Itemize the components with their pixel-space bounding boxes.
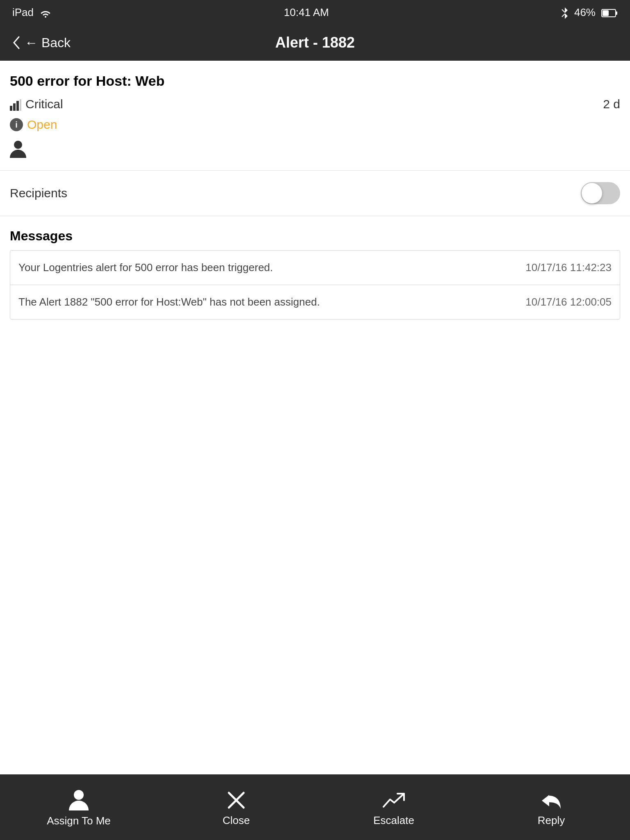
- severity-row: Critical 2 d: [10, 97, 620, 111]
- toggle-knob: [582, 183, 602, 203]
- nav-bar: ← Back Alert - 1882: [0, 25, 630, 61]
- back-button[interactable]: ← Back: [12, 35, 71, 50]
- severity-label: Critical: [25, 97, 63, 111]
- escalate-icon: [383, 788, 405, 810]
- escalate-label: Escalate: [373, 814, 414, 827]
- battery-percent: 46%: [574, 6, 596, 19]
- divider-2: [0, 216, 630, 216]
- svg-point-8: [74, 790, 84, 800]
- svg-rect-1: [616, 11, 617, 15]
- severity-info: Critical: [10, 97, 63, 111]
- svg-rect-5: [16, 101, 19, 111]
- assign-to-me-button[interactable]: Assign To Me: [0, 787, 158, 827]
- escalate-button[interactable]: Escalate: [315, 788, 472, 827]
- alert-age: 2 d: [603, 97, 620, 111]
- device-label: iPad: [12, 6, 34, 19]
- message-text: Your Logentries alert for 500 error has …: [18, 261, 525, 274]
- close-button[interactable]: Close: [158, 788, 315, 827]
- info-icon: i: [10, 118, 23, 131]
- svg-rect-2: [603, 10, 609, 16]
- recipients-toggle[interactable]: [581, 182, 620, 204]
- time-display: 10:41 AM: [284, 6, 329, 19]
- message-time: 10/17/16 11:42:23: [525, 261, 612, 274]
- battery-icon: [601, 6, 618, 19]
- wifi-icon: [39, 6, 52, 19]
- message-text: The Alert 1882 "500 error for Host:Web" …: [18, 296, 525, 308]
- assign-label: Assign To Me: [47, 815, 111, 827]
- reply-label: Reply: [538, 814, 565, 827]
- person-icon: [10, 139, 26, 156]
- table-row: The Alert 1882 "500 error for Host:Web" …: [10, 285, 620, 319]
- status-bar: iPad 10:41 AM 46%: [0, 0, 630, 25]
- recipients-label: Recipients: [10, 186, 67, 200]
- assignee-row: [10, 139, 620, 158]
- message-time: 10/17/16 12:00:05: [525, 296, 612, 308]
- svg-point-7: [14, 141, 22, 149]
- severity-bars-icon: [10, 97, 21, 111]
- messages-container: Your Logentries alert for 500 error has …: [10, 250, 620, 320]
- messages-heading: Messages: [10, 228, 620, 244]
- page-title: Alert - 1882: [275, 34, 355, 51]
- close-x-icon: [226, 788, 246, 810]
- bluetooth-icon: [561, 6, 568, 18]
- back-label: ← Back: [25, 35, 71, 50]
- table-row: Your Logentries alert for 500 error has …: [10, 251, 620, 285]
- svg-rect-3: [10, 106, 12, 111]
- bottom-toolbar: Assign To Me Close Escalate Reply: [0, 774, 630, 840]
- content-area: 500 error for Host: Web Critical 2 d i O…: [0, 61, 630, 332]
- status-open: Open: [27, 118, 57, 132]
- recipients-row: Recipients: [10, 171, 620, 216]
- alert-title: 500 error for Host: Web: [10, 73, 620, 89]
- svg-rect-6: [20, 99, 21, 111]
- reply-button[interactable]: Reply: [472, 788, 630, 827]
- reply-icon: [541, 788, 562, 810]
- person-assign-icon: [69, 787, 89, 810]
- close-label: Close: [223, 814, 250, 827]
- svg-rect-4: [13, 103, 16, 111]
- status-row: i Open: [10, 118, 620, 132]
